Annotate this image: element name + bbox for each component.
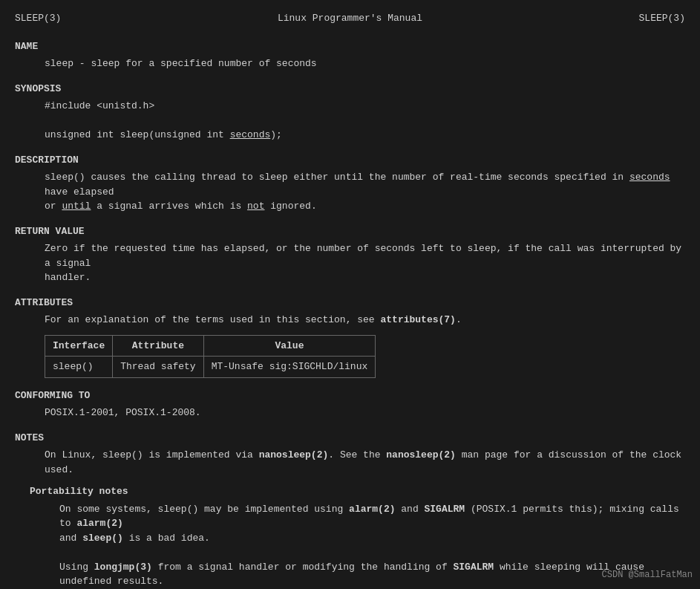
description-line1: sleep() causes the calling thread to sle… [45,170,685,199]
portability-sleep: sleep() [82,533,123,544]
portability-alarm1: alarm(2) [349,504,395,515]
attributes-table: Interface Attribute Value sleep() Thread… [45,335,376,378]
page-header: SLEEP(3) Linux Programmer's Manual SLEEP… [15,11,685,26]
section-synopsis-content: #include <unistd.h> unsigned int sleep(u… [45,99,685,143]
synopsis-signature: unsigned int sleep(unsigned int seconds)… [45,128,685,143]
attributes-intro: For an explanation of the terms used in … [45,313,685,328]
section-attributes: ATTRIBUTES For an explanation of the ter… [15,296,685,378]
description-line2: or until a signal arrives which is not i… [45,199,685,214]
section-conforming-content: POSIX.1-2001, POSIX.1-2008. [45,406,685,420]
attributes-row-interface: sleep() [45,357,113,378]
synopsis-include: #include <unistd.h> [45,99,685,114]
portability-sigalrm2: SIGALRM [454,562,494,573]
header-center: Linux Programmer's Manual [278,11,422,26]
attributes-col-value: Value [203,335,376,357]
portability-content: On some systems, sleep() may be implemen… [59,502,685,589]
attributes-table-header-row: Interface Attribute Value [45,335,376,357]
section-notes-title: NOTES [15,431,685,446]
portability-longjmp: longjmp(3) [94,562,152,573]
section-attributes-content: For an explanation of the terms used in … [45,313,685,378]
portability-line3: Using longjmp(3) from a signal handler o… [59,560,685,589]
attributes-table-row: sleep() Thread safety MT-Unsafe sig:SIGC… [45,357,376,378]
portability-line2: and sleep() is a bad idea. [59,531,685,546]
notes-nanosleep2: nanosleep(2) [386,449,456,461]
portability-sigalrm1: SIGALRM [425,504,465,515]
header-left: SLEEP(3) [15,11,61,26]
attributes-bold-ref: attributes(7) [380,314,455,325]
description-until-underline: until [62,201,91,212]
section-synopsis-title: SYNOPSIS [15,82,685,97]
section-description-content: sleep() causes the calling thread to sle… [45,170,685,214]
return-value-line1: Zero if the requested time has elapsed, … [45,241,685,270]
section-conforming-title: CONFORMING TO [15,388,685,403]
section-attributes-title: ATTRIBUTES [15,296,685,310]
section-return-value: RETURN VALUE Zero if the requested time … [15,224,685,285]
synopsis-seconds: seconds [230,129,271,140]
section-description-title: DESCRIPTION [15,153,685,168]
section-synopsis: SYNOPSIS #include <unistd.h> unsigned in… [15,82,685,143]
section-notes-content: On Linux, sleep() is implemented via nan… [45,448,685,477]
attributes-col-interface: Interface [45,335,113,357]
section-return-value-content: Zero if the requested time has elapsed, … [45,241,685,285]
section-name-title: NAME [15,39,685,54]
section-name: NAME sleep - sleep for a specified numbe… [15,39,685,71]
section-description: DESCRIPTION sleep() causes the calling t… [15,153,685,214]
description-not-underline: not [247,201,264,212]
attributes-row-value: MT-Unsafe sig:SIGCHLD/linux [203,357,376,378]
portability-alarm2: alarm(2) [76,518,122,529]
notes-nanosleep1: nanosleep(2) [259,449,329,461]
portability-title: Portability notes [30,484,685,499]
portability-line1: On some systems, sleep() may be implemen… [59,502,685,531]
section-notes: NOTES On Linux, sleep() is implemented v… [15,431,685,589]
section-return-value-title: RETURN VALUE [15,224,685,239]
notes-line1: On Linux, sleep() is implemented via nan… [45,448,685,477]
watermark: CSDN @SmallFatMan [602,568,693,582]
attributes-row-attribute: Thread safety [113,357,203,378]
section-name-content: sleep - sleep for a specified number of … [45,56,685,71]
header-right: SLEEP(3) [639,11,685,26]
section-conforming: CONFORMING TO POSIX.1-2001, POSIX.1-2008… [15,388,685,420]
description-seconds-underline: seconds [629,172,670,183]
return-value-line2: handler. [45,270,685,285]
attributes-col-attribute: Attribute [113,335,203,357]
